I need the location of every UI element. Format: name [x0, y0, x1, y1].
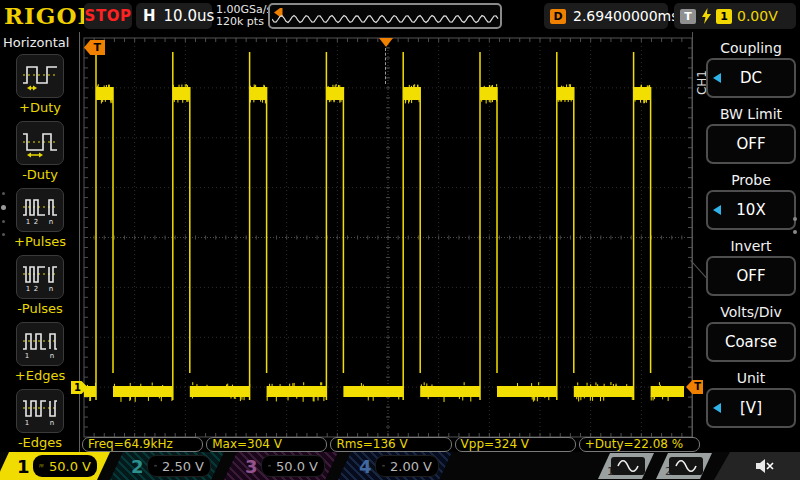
status-bar: RIGOL STOP H 10.0us 1.00GSa/s 120k pts D…: [0, 0, 800, 32]
svg-text:1: 1: [25, 419, 29, 427]
graticule-and-waveform: [80, 32, 692, 452]
trigger-label: T: [680, 9, 696, 24]
acquisition-info: 1.00GSa/s 120k pts: [216, 4, 272, 28]
svg-text:n: n: [49, 285, 53, 293]
svg-text:n: n: [49, 218, 53, 226]
memory-waveform-preview[interactable]: [268, 3, 502, 29]
sidebar-item-plus-duty[interactable]: +Duty: [14, 54, 66, 118]
sidebar-item-label: -Duty: [14, 165, 66, 185]
trigger-level-value: 0.00V: [737, 8, 778, 24]
waveform-display[interactable]: T 1 T: [80, 32, 692, 452]
dc-coupling-icon: [39, 462, 44, 470]
channel-scale: 50.0 V: [49, 459, 91, 474]
sidebar-item-label: +Edges: [14, 366, 66, 386]
menu-value: Coarse: [725, 333, 777, 351]
brand-logo: RIGOL: [4, 2, 95, 29]
menu-value: DC: [740, 69, 762, 87]
minus-edges-icon: 1 n: [20, 394, 60, 428]
memory-depth: 120k pts: [216, 16, 272, 28]
svg-text:n: n: [50, 352, 54, 360]
menu-value: OFF: [736, 135, 765, 153]
timebase-value: 10.0us: [164, 7, 215, 25]
trigger-readout[interactable]: T 1 0.00V: [674, 3, 796, 29]
horizontal-menu-panel: Horizontal +Duty -Duty: [0, 32, 80, 452]
run-state-badge[interactable]: STOP: [84, 3, 132, 29]
plus-edges-icon: 1 n: [20, 327, 60, 361]
measurement-duty: +Duty=22.08 %: [579, 437, 700, 452]
channel-scale: 2.50 V: [162, 459, 204, 474]
sidebar-item-label: +Pulses: [14, 232, 66, 252]
menu-page-dots: [793, 208, 797, 243]
sidebar-item-minus-pulses[interactable]: 1 2 n -Pulses: [14, 255, 66, 319]
menu-item-probe[interactable]: Probe 10X: [706, 172, 796, 230]
channel-scale: 50.0 V: [276, 459, 318, 474]
svg-text:1: 1: [26, 285, 30, 293]
measurement-max: Max=304 V: [206, 437, 327, 452]
menu-value: 10X: [736, 201, 765, 219]
sidebar-scroll-dots: [2, 182, 7, 246]
measurement-freq: Freq=64.9kHz: [82, 437, 203, 452]
sidebar-item-minus-duty[interactable]: -Duty: [14, 121, 66, 185]
sidebar-item-label: -Pulses: [14, 299, 66, 319]
svg-text:n: n: [50, 419, 54, 427]
sidebar-item-label: -Edges: [14, 433, 66, 453]
sidebar-item-minus-edges[interactable]: 1 n -Edges: [14, 389, 66, 453]
preview-waveform-icon: [272, 7, 500, 27]
svg-text:1: 1: [25, 352, 29, 360]
svg-text:2: 2: [34, 285, 38, 293]
channel-scale: 2.00 V: [390, 459, 432, 474]
trigger-position-marker-icon[interactable]: [379, 38, 393, 47]
horizontal-timebase-box[interactable]: H 10.0us: [136, 3, 212, 29]
sidebar-item-plus-pulses[interactable]: 1 2 n +Pulses: [14, 188, 66, 252]
channel-status-bar: 1 50.0 V 2 2.50 V 3 50.0 V 4 2.00 V 1 2: [0, 452, 800, 480]
source-1-button[interactable]: 1: [598, 453, 654, 479]
plus-duty-icon: [20, 59, 60, 93]
svg-text:1: 1: [26, 218, 30, 226]
dc-coupling-icon: [382, 462, 385, 470]
option-arrow-icon: [713, 73, 721, 83]
minus-pulses-icon: 1 2 n: [20, 260, 60, 294]
channel-menu-panel: CH1 Coupling DC BW Limit OFF Probe 10X I…: [692, 32, 800, 452]
option-arrow-icon: [713, 205, 721, 215]
delay-icon: D: [550, 9, 566, 24]
menu-item-volts-div[interactable]: Volts/Div Coarse: [706, 304, 796, 362]
channel-4-button[interactable]: 4 2.00 V: [338, 452, 452, 480]
menu-value: OFF: [736, 267, 765, 285]
minus-duty-icon: [20, 126, 60, 160]
trigger-edge-icon: [701, 8, 711, 24]
trigger-source-badge: 1: [716, 9, 732, 24]
menu-item-coupling[interactable]: Coupling DC: [706, 40, 796, 98]
option-arrow-icon: [713, 403, 721, 413]
sine-wave-icon: [673, 458, 699, 474]
menu-item-bw-limit[interactable]: BW Limit OFF: [706, 106, 796, 164]
menu-value: [V]: [740, 399, 762, 417]
channel-3-button[interactable]: 3 50.0 V: [224, 452, 338, 480]
source-2-button[interactable]: 2: [656, 453, 712, 479]
dc-coupling-icon: [154, 462, 157, 470]
sidebar-item-plus-edges[interactable]: 1 n +Edges: [14, 322, 66, 386]
trigger-position-line: [385, 48, 386, 84]
measurement-rms: Rms=136 V: [330, 437, 451, 452]
measurement-bar: Freq=64.9kHz Max=304 V Rms=136 V Vpp=324…: [82, 437, 700, 452]
delay-readout[interactable]: D 2.69400000ms: [544, 3, 668, 29]
menu-item-invert[interactable]: Invert OFF: [706, 238, 796, 296]
delay-value: 2.69400000ms: [573, 8, 679, 24]
dc-coupling-icon: [268, 462, 271, 470]
channel-2-button[interactable]: 2 2.50 V: [110, 452, 224, 480]
sound-status-strip: [714, 452, 800, 480]
sidebar-item-label: +Duty: [14, 98, 66, 118]
measurement-vpp: Vpp=324 V: [455, 437, 576, 452]
oscilloscope-screen: RIGOL STOP H 10.0us 1.00GSa/s 120k pts D…: [0, 0, 800, 480]
plus-pulses-icon: 1 2 n: [20, 193, 60, 227]
svg-text:2: 2: [34, 218, 38, 226]
sine-wave-icon: [615, 458, 641, 474]
speaker-muted-icon[interactable]: [754, 458, 774, 474]
horizontal-label: H: [143, 7, 156, 25]
channel-1-button[interactable]: 1 50.0 V: [0, 452, 110, 480]
menu-item-unit[interactable]: Unit [V]: [706, 370, 796, 428]
sidebar-title: Horizontal: [0, 32, 79, 54]
